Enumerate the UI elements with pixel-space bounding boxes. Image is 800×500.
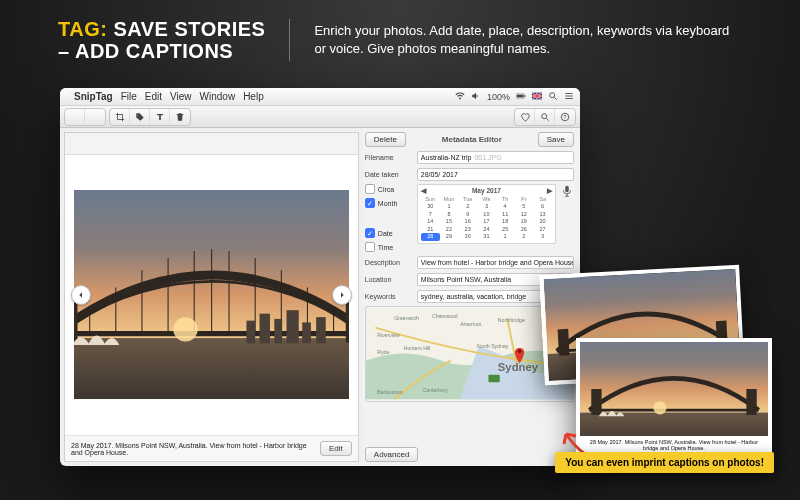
svg-point-52: [517, 349, 521, 353]
menu-hamburger-icon[interactable]: [564, 91, 574, 103]
caption-bar: 28 May 2017. Milsons Point NSW, Australi…: [65, 435, 358, 461]
svg-text:Northbridge: Northbridge: [498, 317, 525, 323]
mic-icon[interactable]: [560, 184, 574, 200]
svg-text:Riverview: Riverview: [377, 332, 400, 338]
location-label: Location: [365, 276, 413, 283]
toolbar-export-button[interactable]: [85, 109, 105, 125]
promo-description: Enrich your photos. Add date, place, des…: [314, 22, 734, 57]
edit-caption-button[interactable]: Edit: [320, 441, 352, 456]
next-photo-button[interactable]: [332, 285, 352, 305]
date-cb-label: Date: [378, 230, 393, 237]
svg-rect-57: [558, 329, 570, 356]
save-button[interactable]: Save: [538, 132, 574, 147]
svg-text:Chatswood: Chatswood: [432, 313, 458, 319]
filename-label: Filename: [365, 154, 413, 161]
advanced-button[interactable]: Advanced: [365, 447, 419, 462]
svg-rect-63: [591, 389, 601, 415]
svg-rect-30: [246, 321, 255, 344]
toolbar-group-right: ?: [514, 108, 576, 126]
date-taken-input[interactable]: 28/05/ 2017: [417, 168, 574, 181]
panel-title: Metadata Editor: [410, 135, 534, 144]
cal-month: May 2017: [472, 187, 501, 195]
wifi-icon[interactable]: [455, 91, 465, 103]
promo-banner: TAG: SAVE STORIES – ADD CAPTIONS Enrich …: [58, 18, 742, 62]
delete-button[interactable]: Delete: [365, 132, 406, 147]
photo-view: [65, 155, 358, 435]
svg-text:Artarmon: Artarmon: [460, 321, 481, 327]
circa-checkbox[interactable]: [365, 184, 375, 194]
svg-line-11: [546, 118, 549, 121]
battery-text: 100%: [487, 92, 510, 102]
toolbar-crop-button[interactable]: [110, 109, 130, 125]
description-label: Description: [365, 259, 413, 266]
menu-edit[interactable]: Edit: [145, 91, 162, 102]
svg-point-10: [541, 113, 546, 118]
time-cb-label: Time: [378, 244, 393, 251]
menu-window[interactable]: Window: [200, 91, 236, 102]
promo-accent: TAG:: [58, 18, 107, 40]
svg-text:Hunters Hill: Hunters Hill: [403, 345, 430, 351]
cal-prev-icon[interactable]: ◀: [421, 187, 426, 195]
svg-rect-31: [259, 314, 269, 344]
toolbar-search-button[interactable]: [535, 109, 555, 125]
calendar[interactable]: ◀ May 2017 ▶ SunMonTueWeThFrSa3012345678…: [417, 184, 556, 244]
time-checkbox[interactable]: [365, 242, 375, 252]
menu-view[interactable]: View: [170, 91, 192, 102]
svg-rect-35: [316, 318, 326, 344]
toolbar-heart-button[interactable]: [515, 109, 535, 125]
keywords-label: Keywords: [365, 293, 413, 300]
svg-text:?: ?: [564, 113, 567, 119]
app-name[interactable]: SnipTag: [74, 91, 113, 102]
toolbar-help-button[interactable]: ?: [555, 109, 575, 125]
image-viewer-pane: 28 May 2017. Milsons Point NSW, Australi…: [64, 132, 359, 462]
svg-line-9: [554, 97, 557, 100]
svg-rect-2: [525, 95, 526, 97]
svg-rect-34: [302, 323, 311, 344]
menu-file[interactable]: File: [121, 91, 137, 102]
app-window: SnipTag File Edit View Window Help 100%: [60, 88, 580, 466]
svg-text:Canterbury: Canterbury: [422, 387, 448, 393]
flag-icon[interactable]: [532, 91, 542, 103]
toolbar: ?: [60, 106, 580, 128]
prev-photo-button[interactable]: [71, 285, 91, 305]
svg-rect-37: [565, 186, 569, 192]
caption-text: 28 May 2017. Milsons Point NSW, Australi…: [71, 442, 314, 456]
svg-rect-7: [532, 95, 542, 96]
date-checkbox[interactable]: ✓: [365, 228, 375, 238]
menubar: SnipTag File Edit View Window Help 100%: [60, 88, 580, 106]
month-label: Month: [378, 200, 397, 207]
toolbar-tag-button[interactable]: [130, 109, 150, 125]
cal-next-icon[interactable]: ▶: [547, 187, 552, 195]
volume-icon[interactable]: [471, 91, 481, 103]
svg-point-8: [550, 92, 555, 97]
month-checkbox[interactable]: ✓: [365, 198, 375, 208]
menubar-right: 100%: [455, 91, 574, 103]
battery-icon[interactable]: [516, 91, 526, 103]
map-city-label: Sydney: [498, 361, 539, 373]
toolbar-group-edit: [109, 108, 191, 126]
svg-rect-1: [517, 94, 524, 97]
svg-text:Ryde: Ryde: [377, 349, 389, 355]
promo-title: TAG: SAVE STORIES – ADD CAPTIONS: [58, 18, 265, 62]
svg-rect-15: [74, 339, 349, 400]
svg-text:North Sydney: North Sydney: [477, 343, 509, 349]
spotlight-icon[interactable]: [548, 91, 558, 103]
menu-help[interactable]: Help: [243, 91, 264, 102]
svg-point-36: [173, 318, 197, 342]
svg-rect-33: [286, 311, 298, 344]
toolbar-trash-button[interactable]: [170, 109, 190, 125]
svg-text:Bankstown: Bankstown: [377, 389, 402, 395]
promo-separator: [289, 19, 290, 61]
description-input[interactable]: View from hotel - Harbor bridge and Oper…: [417, 256, 574, 269]
panel-header: Delete Metadata Editor Save: [365, 132, 574, 147]
date-taken-label: Date taken: [365, 171, 413, 178]
svg-text:Greenwich: Greenwich: [394, 315, 419, 321]
svg-rect-64: [746, 389, 756, 415]
filename-input[interactable]: Australia-NZ trip 001.JPG: [417, 151, 574, 164]
filmstrip[interactable]: [65, 133, 358, 155]
toolbar-import-button[interactable]: [65, 109, 85, 125]
main-photo: [74, 190, 349, 399]
circa-label: Circa: [378, 186, 394, 193]
toolbar-text-button[interactable]: [150, 109, 170, 125]
svg-rect-53: [488, 375, 499, 383]
